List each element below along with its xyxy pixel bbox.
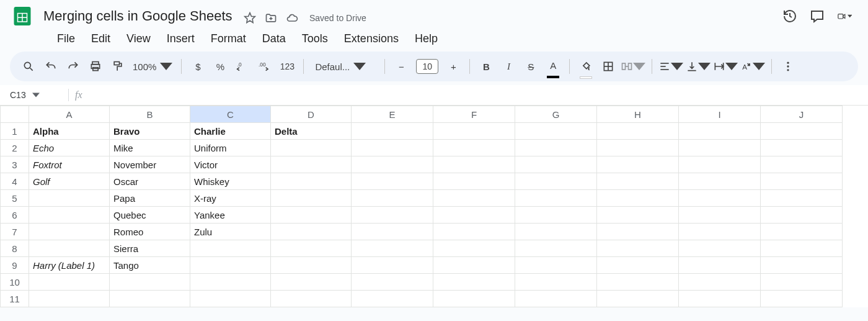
col-D[interactable]: D [271,106,352,123]
cell-D1[interactable]: Delta [271,123,352,140]
cell-C6[interactable]: Yankee [190,207,271,224]
cell-E7[interactable] [352,224,433,240]
cell-A10[interactable] [29,274,110,291]
cell-I1[interactable] [679,123,761,140]
doc-title[interactable]: Merging cells in Google Sheets [40,7,236,25]
cell-C3[interactable]: Victor [190,156,271,173]
history-icon[interactable] [782,9,797,24]
cell-C8[interactable] [190,240,271,257]
more-icon[interactable] [778,57,798,76]
paint-format-icon[interactable] [108,57,128,76]
cell-F7[interactable] [433,224,515,240]
cell-B4[interactable]: Oscar [110,173,190,190]
cell-J11[interactable] [761,291,843,307]
cell-J8[interactable] [761,240,843,257]
cell-G2[interactable] [515,140,597,156]
row-8[interactable]: 8 [1,240,29,257]
comment-icon[interactable] [810,9,825,24]
sheet-table[interactable]: A B C D E F G H I J 1 Alpha Bravo Charli… [0,106,843,307]
cell-C1[interactable]: Charlie [190,123,271,140]
format-percent[interactable]: % [210,57,230,76]
borders-button[interactable] [598,57,618,76]
cell-J10[interactable] [761,274,843,291]
cell-B9[interactable]: Tango [110,257,190,274]
row-2[interactable]: 2 [1,140,29,156]
cell-E11[interactable] [352,291,433,307]
cell-I3[interactable] [679,156,761,173]
cell-J7[interactable] [761,224,843,240]
v-align-button[interactable] [686,57,711,76]
cell-F4[interactable] [433,173,515,190]
h-align-button[interactable] [658,57,683,76]
cell-F1[interactable] [433,123,515,140]
cell-D9[interactable] [271,257,352,274]
cell-I6[interactable] [679,207,761,224]
cell-I4[interactable] [679,173,761,190]
grid[interactable]: A B C D E F G H I J 1 Alpha Bravo Charli… [0,106,868,307]
bold-button[interactable]: B [476,57,496,76]
cell-G10[interactable] [515,274,597,291]
cell-D4[interactable] [271,173,352,190]
cell-D6[interactable] [271,207,352,224]
cell-A9[interactable]: Harry (Label 1) [29,257,110,274]
cell-A3[interactable]: Foxtrot [29,156,110,173]
cell-D10[interactable] [271,274,352,291]
row-11[interactable]: 11 [1,291,29,307]
cell-I8[interactable] [679,240,761,257]
print-icon[interactable] [86,57,105,76]
cell-E10[interactable] [352,274,433,291]
cell-J9[interactable] [761,257,843,274]
cell-B3[interactable]: November [110,156,190,173]
increase-decimal-icon[interactable]: .00 [255,57,275,76]
cell-G4[interactable] [515,173,597,190]
col-C[interactable]: C [190,106,271,123]
cell-J1[interactable] [761,123,843,140]
strike-button[interactable]: S [521,57,541,76]
cell-A2[interactable]: Echo [29,140,110,156]
row-5[interactable]: 5 [1,190,29,207]
cell-B10[interactable] [110,274,190,291]
cell-H7[interactable] [597,224,679,240]
cell-H8[interactable] [597,240,679,257]
cell-A6[interactable] [29,207,110,224]
cell-J2[interactable] [761,140,843,156]
cell-B1[interactable]: Bravo [110,123,190,140]
cell-J6[interactable] [761,207,843,224]
decrease-decimal-icon[interactable]: .0 [232,57,252,76]
cell-C2[interactable]: Uniform [190,140,271,156]
cell-H9[interactable] [597,257,679,274]
col-G[interactable]: G [515,106,597,123]
fill-color-button[interactable] [576,57,596,76]
cell-B2[interactable]: Mike [110,140,190,156]
cell-D11[interactable] [271,291,352,307]
sheets-logo[interactable] [10,4,35,29]
cell-E4[interactable] [352,173,433,190]
cell-H1[interactable] [597,123,679,140]
row-3[interactable]: 3 [1,156,29,173]
cell-D5[interactable] [271,190,352,207]
cell-C4[interactable]: Whiskey [190,173,271,190]
col-J[interactable]: J [761,106,843,123]
cell-H10[interactable] [597,274,679,291]
cell-J4[interactable] [761,173,843,190]
col-B[interactable]: B [110,106,190,123]
col-E[interactable]: E [352,106,433,123]
row-1[interactable]: 1 [1,123,29,140]
cell-J5[interactable] [761,190,843,207]
cell-E6[interactable] [352,207,433,224]
font-size-input[interactable]: 10 [416,59,438,74]
cell-C10[interactable] [190,274,271,291]
format-currency[interactable]: $ [188,57,208,76]
cell-C11[interactable] [190,291,271,307]
menu-format[interactable]: Format [203,30,254,48]
cell-H5[interactable] [597,190,679,207]
row-7[interactable]: 7 [1,224,29,240]
cell-E2[interactable] [352,140,433,156]
cell-H11[interactable] [597,291,679,307]
cell-E3[interactable] [352,156,433,173]
cell-D8[interactable] [271,240,352,257]
cell-J3[interactable] [761,156,843,173]
cell-H3[interactable] [597,156,679,173]
cell-F8[interactable] [433,240,515,257]
cell-A5[interactable] [29,190,110,207]
